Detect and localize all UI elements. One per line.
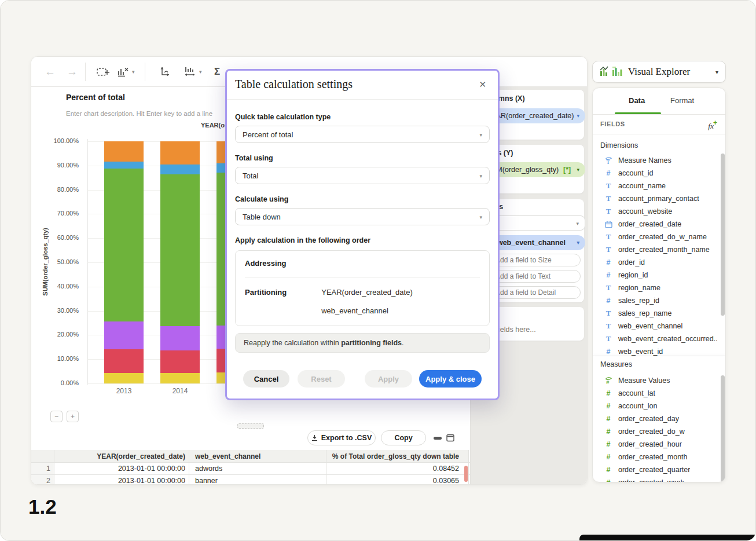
bar-segment-2014-segment-2-red[interactable] xyxy=(160,350,200,373)
field-item-sales-rep-name[interactable]: Tsales_rep_name xyxy=(593,307,717,320)
apply-order-label: Apply calculation in the following order xyxy=(235,236,490,244)
bar-width-icon[interactable]: ▾ xyxy=(183,64,202,80)
year-cell: 2013-01-01 00:00:00 xyxy=(54,475,189,485)
field-item-sales-rep-id[interactable]: #sales_rep_id xyxy=(593,294,717,307)
field-item-account-lat[interactable]: #account_lat xyxy=(593,387,717,400)
export-csv-button[interactable]: Export to .CSV xyxy=(307,430,376,445)
bar-segment-2014-segment-5-blue[interactable] xyxy=(160,165,200,174)
x-axis-tick-label: 2014 xyxy=(157,387,203,395)
bar-segment-2013-segment-1-yellow[interactable] xyxy=(104,373,144,383)
field-item-region-name[interactable]: Tregion_name xyxy=(593,282,717,294)
field-item-order-created-quarter[interactable]: #order_created_quarter xyxy=(593,463,717,476)
value-cell: 0.08452 xyxy=(326,463,469,474)
dialog-title: Table calculation settings xyxy=(235,78,353,91)
tab-data[interactable]: Data xyxy=(629,96,645,105)
redo-forward-button[interactable]: → xyxy=(67,64,78,80)
bar-segment-2014-segment-1-yellow[interactable] xyxy=(160,373,200,383)
field-item-order-created-week[interactable]: #order_created_week xyxy=(593,476,717,482)
field-item-web-event-id[interactable]: #web_event_id xyxy=(593,345,717,356)
zoom-out-button[interactable]: − xyxy=(50,411,63,422)
row-number-header xyxy=(31,450,54,462)
cancel-button[interactable]: Cancel xyxy=(243,370,289,388)
bar-segment-2013-segment-4-green[interactable] xyxy=(104,169,144,321)
minimize-table-icon[interactable] xyxy=(432,434,443,444)
partitioning-field[interactable]: YEAR(order_created_date) xyxy=(321,288,413,297)
y-axis-tick-label: 0.00% xyxy=(32,379,79,386)
number-icon: # xyxy=(604,427,612,436)
value-column-header[interactable]: % of Total order_gloss_qty down table xyxy=(326,450,469,462)
bar-segment-2013-segment-3-purple[interactable] xyxy=(104,321,144,349)
reset-button[interactable]: Reset xyxy=(298,370,345,388)
bar-segment-2013-segment-6-orange[interactable] xyxy=(104,141,144,162)
field-item-measure-values[interactable]: #Measure Values xyxy=(593,374,717,387)
maximize-table-icon[interactable] xyxy=(446,434,455,444)
field-item-order-created-do-w[interactable]: #order_created_do_w xyxy=(593,425,717,438)
field-item-order-created-do-w-name[interactable]: Torder_created_do_w_name xyxy=(593,231,717,243)
partitioning-field[interactable]: web_event_channel xyxy=(321,306,413,315)
bar-segment-2014-segment-4-green[interactable] xyxy=(160,174,200,326)
download-icon xyxy=(311,434,318,441)
zoom-in-button[interactable]: + xyxy=(67,411,79,422)
apply-and-close-button[interactable]: Apply & close xyxy=(419,370,482,388)
text-icon: T xyxy=(604,309,612,318)
tab-format[interactable]: Format xyxy=(670,96,694,105)
field-item-order-created-date[interactable]: order_created_date xyxy=(593,218,717,231)
apply-button[interactable]: Apply xyxy=(365,370,412,388)
field-item-measure-names[interactable]: TMeasure Names xyxy=(593,154,717,167)
partitioning-fields: YEAR(order_created_date) web_event_chann… xyxy=(321,288,413,315)
channel-cell: banner xyxy=(189,475,326,485)
bar-segment-2014-segment-6-orange[interactable] xyxy=(160,141,200,165)
copy-button[interactable]: Copy xyxy=(381,430,426,445)
table-row[interactable]: 12013-01-01 00:00:00adwords0.08452 xyxy=(31,463,470,475)
calculate-using-select[interactable]: Table down ▾ xyxy=(235,208,490,225)
undo-back-button[interactable]: ← xyxy=(45,64,56,80)
swap-axes-icon[interactable] xyxy=(157,64,170,80)
field-item-order-created-month-name[interactable]: Torder_created_month_name xyxy=(593,243,717,256)
y-axis-line xyxy=(87,139,87,385)
bar-segment-2013-segment-5-blue[interactable] xyxy=(104,162,144,169)
field-item-account-lon[interactable]: #account_lon xyxy=(593,400,717,412)
field-item-account-id[interactable]: #account_id xyxy=(593,167,717,180)
chart-description-placeholder[interactable]: Enter chart description. Hit Enter key t… xyxy=(66,110,212,117)
chevron-down-icon: ▾ xyxy=(715,69,718,75)
chart-title[interactable]: Percent of total xyxy=(66,93,125,102)
field-item-region-id[interactable]: #region_id xyxy=(593,269,717,282)
channel-column-header[interactable]: web_event_channel xyxy=(189,450,326,462)
field-label: account_primary_contact xyxy=(618,195,699,203)
number-icon: # xyxy=(604,440,612,448)
field-item-order-created-hour[interactable]: #order_created_hour xyxy=(593,438,717,451)
element-type-selector[interactable]: Visual Explorer ▾ xyxy=(592,61,726,83)
table-row[interactable]: 22013-01-01 00:00:00banner0.03065 xyxy=(31,475,470,485)
sigma-aggregate-icon[interactable]: Σ xyxy=(214,64,220,80)
field-item-account-website[interactable]: Taccount_website xyxy=(593,205,717,218)
number-icon: # xyxy=(604,402,612,410)
pane-resize-handle[interactable] xyxy=(237,423,264,429)
field-item-account-name[interactable]: Taccount_name xyxy=(593,180,717,192)
row-number-cell: 1 xyxy=(31,463,54,474)
dimensions-scrollbar-thumb[interactable] xyxy=(721,153,725,316)
field-item-web-event-channel[interactable]: Tweb_event_channel xyxy=(593,320,717,332)
field-item-order-created-day[interactable]: #order_created_day xyxy=(593,412,717,425)
total-using-select[interactable]: Total ▾ xyxy=(235,167,490,184)
bar-segment-2014-segment-3-purple[interactable] xyxy=(160,326,200,350)
field-label: order_created_do_w xyxy=(618,427,685,436)
row-number-cell: 2 xyxy=(31,475,54,485)
field-item-web-event-created-occurred-[interactable]: Tweb_event_created_occurred... xyxy=(593,332,717,345)
year-column-header[interactable]: YEAR(order_created_date) xyxy=(54,450,189,462)
measures-scrollbar-thumb[interactable] xyxy=(721,375,725,482)
measure-names-icon: T xyxy=(604,156,612,165)
svg-text:T: T xyxy=(607,160,610,165)
add-formula-button[interactable]: fx+ xyxy=(708,119,717,131)
field-item-order-created-month[interactable]: #order_created_month xyxy=(593,451,717,463)
visual-explorer-icon xyxy=(600,65,623,78)
add-chart-icon[interactable] xyxy=(96,64,110,80)
number-icon: # xyxy=(604,466,612,474)
y-axis-tick-label: 30.00% xyxy=(32,307,79,314)
field-item-account-primary-contact[interactable]: Taccount_primary_contact xyxy=(593,192,717,205)
table-scrollbar-thumb[interactable] xyxy=(464,466,468,482)
field-item-order-id[interactable]: #order_id xyxy=(593,256,717,269)
close-icon[interactable]: ✕ xyxy=(479,79,486,90)
quick-type-select[interactable]: Percent of total ▾ xyxy=(235,126,490,143)
remove-chart-icon[interactable]: ▾ xyxy=(117,64,135,80)
bar-segment-2013-segment-2-red[interactable] xyxy=(104,349,144,374)
